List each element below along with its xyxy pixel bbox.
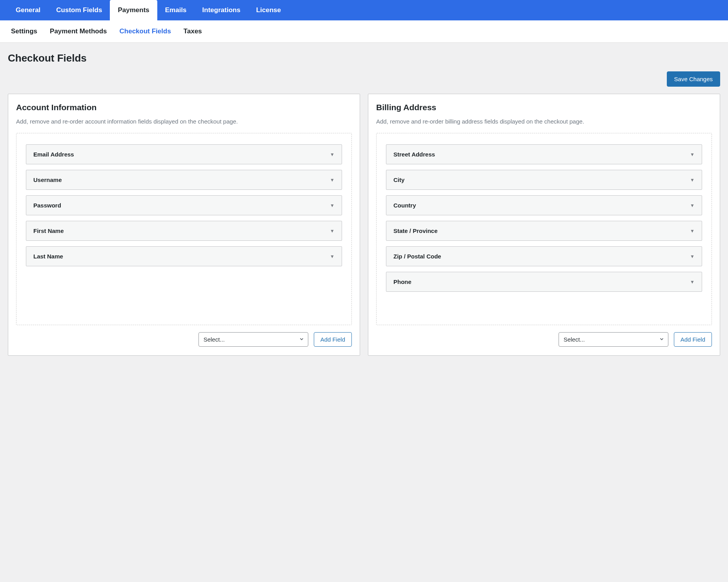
field-label: Last Name xyxy=(33,253,63,260)
field-label: Street Address xyxy=(393,151,435,158)
account-field-select[interactable]: Select... xyxy=(198,332,308,347)
field-label: Email Address xyxy=(33,151,74,158)
caret-down-icon: ▼ xyxy=(690,254,695,259)
panel-account-information: Account Information Add, remove and re-o… xyxy=(8,94,360,356)
panels: Account Information Add, remove and re-o… xyxy=(8,94,720,356)
field-label: First Name xyxy=(33,227,64,234)
tab-general[interactable]: General xyxy=(8,0,48,20)
caret-down-icon: ▼ xyxy=(690,177,695,183)
panel-account-title: Account Information xyxy=(16,103,352,112)
field-item-last-name[interactable]: Last Name ▼ xyxy=(26,246,342,266)
tab-custom-fields[interactable]: Custom Fields xyxy=(48,0,110,20)
panel-billing-title: Billing Address xyxy=(376,103,712,112)
field-item-password[interactable]: Password ▼ xyxy=(26,195,342,215)
field-item-state-province[interactable]: State / Province ▼ xyxy=(386,221,702,241)
field-label: Zip / Postal Code xyxy=(393,253,441,260)
field-label: Password xyxy=(33,202,61,209)
caret-down-icon: ▼ xyxy=(330,203,335,208)
content: Checkout Fields Save Changes Account Inf… xyxy=(0,43,728,371)
field-label: Country xyxy=(393,202,416,209)
account-panel-footer: Select... Add Field xyxy=(16,332,352,347)
caret-down-icon: ▼ xyxy=(330,228,335,234)
tab-emails[interactable]: Emails xyxy=(157,0,195,20)
primary-nav: General Custom Fields Payments Emails In… xyxy=(0,0,728,20)
tab-license[interactable]: License xyxy=(248,0,289,20)
billing-panel-footer: Select... Add Field xyxy=(376,332,712,347)
billing-field-select-wrap: Select... xyxy=(559,332,668,347)
caret-down-icon: ▼ xyxy=(690,228,695,234)
caret-down-icon: ▼ xyxy=(330,152,335,157)
save-changes-button[interactable]: Save Changes xyxy=(667,71,720,87)
field-item-city[interactable]: City ▼ xyxy=(386,170,702,190)
panel-account-desc: Add, remove and re-order account informa… xyxy=(16,117,352,126)
subtab-payment-methods[interactable]: Payment Methods xyxy=(50,20,107,42)
field-item-country[interactable]: Country ▼ xyxy=(386,195,702,215)
caret-down-icon: ▼ xyxy=(330,177,335,183)
account-field-select-wrap: Select... xyxy=(198,332,308,347)
caret-down-icon: ▼ xyxy=(330,254,335,259)
field-label: State / Province xyxy=(393,227,438,234)
billing-field-select[interactable]: Select... xyxy=(559,332,668,347)
field-item-zip-postal-code[interactable]: Zip / Postal Code ▼ xyxy=(386,246,702,266)
field-item-username[interactable]: Username ▼ xyxy=(26,170,342,190)
field-label: Phone xyxy=(393,278,411,285)
account-fields-dropzone[interactable]: Email Address ▼ Username ▼ Password ▼ Fi… xyxy=(16,133,352,325)
field-item-street-address[interactable]: Street Address ▼ xyxy=(386,144,702,164)
field-item-phone[interactable]: Phone ▼ xyxy=(386,272,702,292)
subtab-settings[interactable]: Settings xyxy=(11,20,37,42)
caret-down-icon: ▼ xyxy=(690,279,695,285)
subtab-taxes[interactable]: Taxes xyxy=(184,20,202,42)
tab-integrations[interactable]: Integrations xyxy=(195,0,248,20)
subtab-checkout-fields[interactable]: Checkout Fields xyxy=(120,20,171,42)
field-item-first-name[interactable]: First Name ▼ xyxy=(26,221,342,241)
panel-billing-desc: Add, remove and re-order billing address… xyxy=(376,117,712,126)
billing-add-field-button[interactable]: Add Field xyxy=(674,332,712,347)
caret-down-icon: ▼ xyxy=(690,152,695,157)
caret-down-icon: ▼ xyxy=(690,203,695,208)
panel-billing-address: Billing Address Add, remove and re-order… xyxy=(368,94,720,356)
tab-payments[interactable]: Payments xyxy=(110,0,157,20)
billing-fields-dropzone[interactable]: Street Address ▼ City ▼ Country ▼ State … xyxy=(376,133,712,325)
field-label: Username xyxy=(33,176,62,183)
actions-row: Save Changes xyxy=(8,71,720,87)
field-label: City xyxy=(393,176,404,183)
account-add-field-button[interactable]: Add Field xyxy=(314,332,352,347)
sub-nav: Settings Payment Methods Checkout Fields… xyxy=(0,20,728,43)
page-title: Checkout Fields xyxy=(8,52,720,64)
field-item-email-address[interactable]: Email Address ▼ xyxy=(26,144,342,164)
